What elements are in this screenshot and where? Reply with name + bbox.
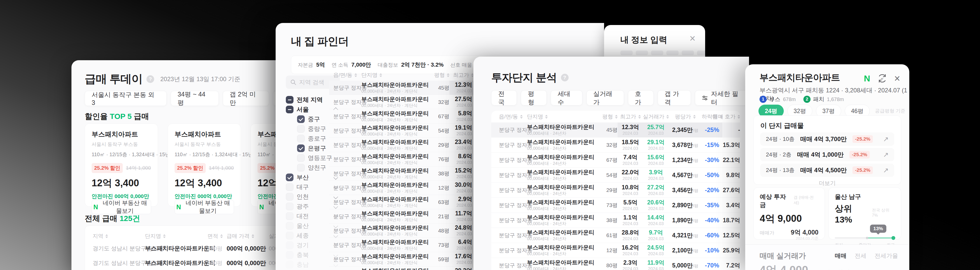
price-tab[interactable]: 전세가율 [875, 252, 898, 260]
region-label: 영등포구 [308, 154, 332, 162]
column-header[interactable]: 급매 가격 [227, 232, 269, 240]
region-checkbox[interactable] [297, 164, 305, 172]
close-icon[interactable]: × [894, 73, 900, 83]
region-checkbox[interactable] [286, 241, 293, 249]
finder-table-row[interactable]: 분당구 정자동 부스패치타운아파트카운티 00,000세대 · 24년차 · 계… [329, 95, 474, 109]
finder-table-row[interactable]: 분당구 정자동 부스패치타운아파트카운티 00,000세대 · 24년차 · 계… [329, 224, 474, 238]
urgent-sale-card[interactable]: 부스패치아파트 서울시 동작구 부스동 110㎡ · 12/15층 · 1,32… [168, 124, 241, 207]
column-header[interactable]: 평형 [598, 113, 617, 120]
column-header[interactable]: 실거래가 [643, 113, 669, 120]
column-header[interactable]: 매매 호가 [722, 113, 740, 120]
region-checkbox[interactable] [286, 222, 293, 230]
filter-chip[interactable]: 갭 가격 [658, 91, 691, 105]
invest-table-row[interactable]: 분당구 정자동 부스패치타운아파트카운티 00,000세대 · 24년차 73평… [491, 198, 740, 213]
filter-chip[interactable]: 갭 2억 미만 [223, 91, 269, 106]
region-checkbox[interactable] [286, 183, 293, 191]
table-row[interactable]: 경기도 성남시 분당구 정자동 부스패치타운아파트카운티 000평 000억 0… [85, 241, 284, 256]
invest-table-row[interactable]: 분당구 정자동 부스패치타운아파트카운티 00,000세대 · 24년차 67평… [491, 152, 740, 168]
finder-table-row[interactable]: 분당구 정자동 부스패치타운아파트카운티 00,000세대 · 24년차 · 계… [329, 152, 474, 167]
naver-listing-button[interactable]: N 네이버 부동산 매물보기 [175, 200, 234, 214]
column-header[interactable]: 단지명 [527, 113, 598, 120]
row-region: 분당구 정자동 [499, 247, 527, 254]
column-header[interactable]: 최고가 [617, 113, 643, 120]
column-header[interactable]: 면적 [207, 232, 227, 240]
region-checkbox[interactable] [286, 251, 293, 259]
column-header[interactable]: 지역 [93, 232, 145, 240]
filter-chip[interactable]: 평형 [521, 91, 546, 105]
naver-listing-button[interactable]: N 네이버 부동산 매물보기 [92, 200, 151, 214]
row-price-date: 2024.03 [457, 246, 472, 251]
listing-row[interactable]: 24평 · 13층 매매 4억 4,500만 -25.2% ↗ [760, 164, 894, 177]
region-checkbox[interactable] [297, 125, 305, 133]
finder-table-row[interactable]: 분당구 정자동 부스패치타운아파트카운티 00,000세대 · 24년차 · 계… [329, 209, 474, 224]
finder-table-row[interactable]: 분당구 정자동 부스패치타운아파트카운티 00,000세대 · 24년차 · 계… [329, 252, 474, 267]
listing-row[interactable]: 24평 · 10층 매매 4억 3,700만 -25.2% ↗ [760, 132, 894, 146]
region-checkbox[interactable] [286, 232, 293, 239]
row-price-date: 2024.03 [457, 89, 472, 94]
column-header[interactable]: 평형 [429, 71, 449, 79]
external-link-icon[interactable]: ↗ [883, 151, 889, 159]
region-checkbox[interactable] [286, 96, 293, 103]
row-complex-name: 부스패치타운아파트카운티 [527, 169, 598, 175]
invest-table-row[interactable]: 분당구 정자동 부스패치타운아파트카운티 00,000세대 · 24년차 38평… [491, 213, 740, 228]
invest-table-row[interactable]: 분당구 정자동 부스패치타운아파트카운티 00,000세대 · 24년차 29평… [491, 183, 740, 198]
region-checkbox[interactable] [286, 106, 293, 113]
rank-slider[interactable]: 13% [835, 236, 895, 240]
finder-table-row[interactable]: 분당구 정자동 부스패치타운아파트카운티 00,000세대 · 24년차 · 계… [329, 238, 474, 252]
finder-table-row[interactable]: 분당구 정자동 부스패치타운아파트카운티 00,000세대 · 24년차 · 계… [329, 181, 474, 195]
finder-table-row[interactable]: 분당구 정자동 부스패치타운아파트카운티 00,000세대 · 24년차 · 계… [329, 167, 474, 181]
detailed-filter-chip[interactable]: 자세한 필터 [695, 91, 749, 105]
invest-table-row[interactable]: 분당구 정자동 부스패치타운아파트카운티 00,000세대 · 24년차 61평… [491, 228, 740, 243]
naver-icon[interactable]: N [864, 73, 870, 83]
listing-row[interactable]: 24평 · 2층 매매 4억 1,000만 -25.2% ↗ [760, 148, 894, 161]
region-checkbox[interactable] [286, 212, 293, 220]
filter-chip[interactable]: 호가 [628, 91, 654, 105]
column-header[interactable]: 단지명 [145, 232, 207, 240]
row-complex-name: 부스패치타운아파트카운티 [361, 167, 429, 174]
finder-table-row[interactable]: 분당구 정자동 부스패치타운아파트카운티 00,000세대 · 24년차 · 계… [329, 267, 474, 270]
filter-chip[interactable]: 세대수 [551, 91, 582, 105]
external-link-icon[interactable]: ↗ [883, 135, 889, 143]
finder-table-row[interactable]: 분당구 정자동 부스패치타운아파트카운티 00,000세대 · 24년차 · 계… [329, 138, 474, 152]
column-header[interactable]: 평당가 [669, 113, 702, 120]
price-tab[interactable]: 매매 [835, 252, 846, 260]
finder-table-row[interactable]: 분당구 정자동 부스패치타운아파트카운티 00,000세대 · 24년차 · 계… [329, 81, 474, 95]
sort-icon [380, 73, 382, 77]
help-icon[interactable]: ? [561, 74, 569, 81]
area-unit-toggle-icon[interactable]: ㎡ [877, 73, 888, 84]
region-checkbox[interactable] [297, 145, 305, 152]
region-checkbox[interactable] [286, 173, 293, 181]
column-header[interactable]: 최고가 [449, 71, 474, 79]
invest-table-row[interactable]: 분당구 정자동 부스패치타운아파트카운티 00,000세대 · 24년차 80평… [491, 258, 740, 270]
region-checkbox[interactable] [286, 261, 293, 268]
region-checkbox[interactable] [297, 135, 305, 142]
column-header[interactable]: 단지명 [361, 71, 429, 79]
close-icon[interactable]: × [690, 33, 695, 43]
help-icon[interactable]: ? [146, 75, 154, 83]
filter-chip[interactable]: 34평 ~ 44평 [171, 91, 219, 106]
slider-handle[interactable] [891, 236, 895, 240]
finder-table-row[interactable]: 분당구 정자동 부스패치타운아파트카운티 00,000세대 · 24년차 · 계… [329, 195, 474, 209]
filter-chip[interactable]: 서울시 동작구 본동 외 3 [85, 91, 167, 106]
invest-table-row[interactable]: 분당구 정자동 부스패치타운아파트카운티 00,000세대 · 24년차 54평… [491, 168, 740, 183]
filter-chip[interactable]: 전국 [491, 91, 517, 105]
table-row[interactable]: 경기도 성남시 분당구 정자동 부스패치타운아파트카운티 000평 000억 0… [85, 256, 284, 270]
region-checkbox[interactable] [286, 193, 293, 200]
total-count-label: 전체 급매 [85, 214, 120, 222]
invest-table-row[interactable]: 분당구 정자동 부스패치타운아파트카운티 00,000세대 · 24년차 32평… [491, 138, 740, 152]
column-header[interactable]: 읍/면/동 [333, 71, 361, 79]
finder-table-row[interactable]: 분당구 정자동 부스패치타운아파트카운티 00,000세대 · 24년차 · 계… [329, 109, 474, 124]
invest-table-row[interactable]: 분당구 정자동 부스패치타운아파트카운티 00,000세대 · 24년차 12평… [491, 243, 740, 258]
row-real-price-cell: 14.4억 2024.03 [643, 214, 669, 226]
region-checkbox[interactable] [297, 154, 305, 162]
filter-chip[interactable]: 실거래가 [587, 91, 624, 105]
external-link-icon[interactable]: ↗ [883, 167, 889, 174]
show-more-button[interactable]: 더보기 [760, 179, 894, 187]
urgent-sale-card[interactable]: 부스패치아파트 서울시 동작구 부스동 110㎡ · 12/15층 · 1,32… [85, 124, 158, 207]
region-checkbox[interactable] [297, 115, 305, 123]
price-tab[interactable]: 전세 [855, 252, 866, 260]
region-checkbox[interactable] [286, 203, 293, 210]
invest-table-row[interactable]: 분당구 정자동 부스패치타운아파트카운티 00,000세대 · 24년차 45평… [491, 122, 740, 138]
column-header[interactable]: 읍/면/동 [499, 113, 527, 120]
finder-table-row[interactable]: 분당구 정자동 부스패치타운아파트카운티 00,000세대 · 24년차 · 계… [329, 124, 474, 138]
